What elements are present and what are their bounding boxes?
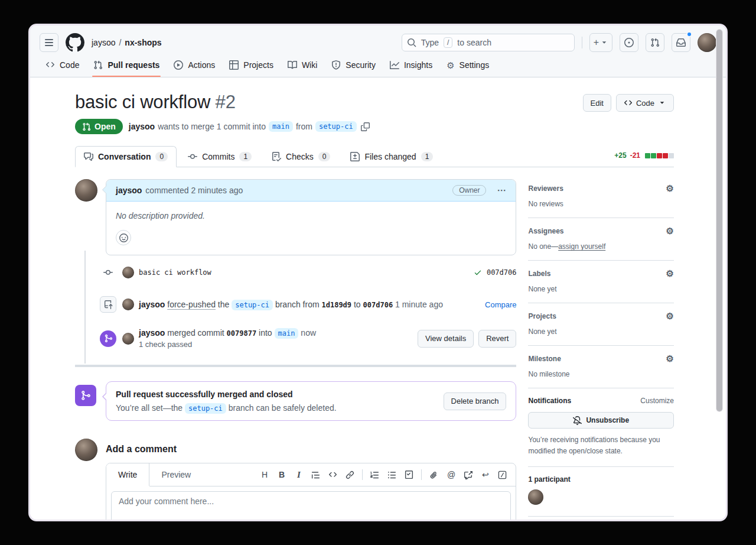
hamburger-menu-button[interactable] <box>40 33 58 52</box>
base-branch-chip[interactable]: main <box>275 328 299 339</box>
tab-write[interactable]: Write <box>106 463 149 486</box>
issues-button[interactable] <box>620 33 638 52</box>
delete-branch-button[interactable]: Delete branch <box>444 392 507 410</box>
edit-button[interactable]: Edit <box>583 94 611 112</box>
bullet-list-button[interactable] <box>383 466 400 484</box>
gear-icon[interactable]: ⚙ <box>666 312 674 320</box>
code-dropdown-button[interactable]: Code <box>616 94 674 112</box>
task-list-button[interactable] <box>400 466 418 484</box>
checks-passed-link[interactable]: 1 check passed <box>139 340 316 349</box>
github-logo-icon[interactable] <box>66 33 84 52</box>
attach-file-button[interactable] <box>425 466 442 484</box>
nav-tab-code[interactable]: Code <box>40 56 85 77</box>
breadcrumb-owner[interactable]: jaysoo <box>92 38 115 47</box>
create-new-button[interactable]: + <box>589 33 612 52</box>
customize-link[interactable]: Customize <box>640 397 674 405</box>
section-value: None yet <box>528 327 674 336</box>
user-avatar[interactable] <box>698 33 716 52</box>
base-branch-chip[interactable]: main <box>269 121 293 132</box>
tab-counter: 0 <box>155 152 168 161</box>
search-input[interactable]: Type / to search <box>402 34 575 51</box>
bell-slash-icon <box>573 416 582 425</box>
tab-conversation[interactable]: Conversation 0 <box>75 146 177 167</box>
code-button[interactable] <box>324 466 341 484</box>
smiley-icon <box>119 233 128 242</box>
compare-link[interactable]: Compare <box>485 300 516 309</box>
nav-tab-security[interactable]: Security <box>325 56 382 77</box>
nav-tab-pull-requests[interactable]: Pull requests <box>87 56 165 77</box>
event-author[interactable]: jaysoo <box>139 300 165 309</box>
code-icon <box>328 471 337 479</box>
head-branch-chip[interactable]: setup-ci <box>185 403 226 414</box>
code-icon <box>624 99 633 108</box>
tab-preview[interactable]: Preview <box>149 463 203 486</box>
diffstat[interactable]: +25 -21 <box>614 151 674 167</box>
editor-toolbar: H B I <box>256 463 516 486</box>
graph-icon <box>390 60 399 70</box>
pull-requests-button[interactable] <box>646 33 664 52</box>
kebab-menu-icon[interactable]: ⋯ <box>497 185 506 196</box>
revert-button[interactable]: Revert <box>478 330 516 348</box>
comment-author-avatar[interactable] <box>75 179 97 202</box>
comment-author[interactable]: jaysoo <box>116 186 142 195</box>
pr-author[interactable]: jaysoo <box>129 122 155 131</box>
merge-commit-sha[interactable]: 0079877 <box>227 329 257 338</box>
copy-branch-icon[interactable] <box>361 122 370 131</box>
commit-event: basic ci workflow 007d706 <box>75 257 516 288</box>
vertical-scrollbar[interactable] <box>716 30 722 411</box>
head-branch-chip[interactable]: setup-ci <box>232 300 273 310</box>
gear-icon[interactable]: ⚙ <box>666 269 674 278</box>
inbox-button[interactable] <box>672 33 690 52</box>
gear-icon[interactable]: ⚙ <box>666 184 674 193</box>
heading-button[interactable]: H <box>256 466 273 484</box>
merged-text: jaysoo merged commit 0079877 into main n… <box>139 328 316 349</box>
slash-commands-button[interactable] <box>494 466 511 484</box>
event-author[interactable]: jaysoo <box>139 328 165 338</box>
new-sha: 007d706 <box>363 301 393 309</box>
lock-conversation-button[interactable]: Lock conversation <box>528 517 674 521</box>
add-comment-section: Add a comment Write Preview H B I <box>75 439 516 521</box>
search-placeholder-prefix: Type <box>421 38 439 47</box>
view-details-button[interactable]: View details <box>418 330 474 348</box>
assign-yourself-link[interactable]: assign yourself <box>558 242 605 251</box>
nav-tab-insights[interactable]: Insights <box>384 56 438 77</box>
nav-tab-actions[interactable]: Actions <box>168 56 221 77</box>
commit-sha[interactable]: 007d706 <box>487 268 517 277</box>
unsubscribe-button[interactable]: Unsubscribe <box>528 412 674 429</box>
play-icon <box>174 60 183 70</box>
commit-message[interactable]: basic ci workflow <box>139 268 211 277</box>
bold-button[interactable]: B <box>273 466 290 484</box>
nav-tab-label: Pull requests <box>107 60 159 70</box>
mention-button[interactable]: @ <box>442 466 460 484</box>
event-author-avatar[interactable] <box>122 333 134 345</box>
check-icon[interactable] <box>474 268 482 277</box>
numbered-list-button[interactable] <box>366 466 383 484</box>
participant-avatar[interactable] <box>528 489 543 505</box>
quote-button[interactable] <box>307 466 324 484</box>
hamburger-icon <box>45 39 53 46</box>
force-push-action[interactable]: force-pushed <box>167 300 216 309</box>
tab-files-changed[interactable]: Files changed 1 <box>341 146 442 167</box>
cross-reference-button[interactable] <box>460 466 477 484</box>
head-branch-chip[interactable]: setup-ci <box>315 121 357 132</box>
comment-textarea[interactable] <box>111 491 511 521</box>
gear-icon[interactable]: ⚙ <box>666 226 674 235</box>
tab-commits[interactable]: Commits 1 <box>179 146 260 167</box>
nav-tab-projects[interactable]: Projects <box>223 56 279 77</box>
add-reaction-button[interactable] <box>116 230 131 245</box>
link-button[interactable] <box>341 466 359 484</box>
saved-replies-button[interactable]: ↩ <box>477 466 494 484</box>
commit-author-avatar[interactable] <box>122 267 134 278</box>
sidebar-section-labels: Labels ⚙ None yet <box>528 261 674 303</box>
nav-tab-wiki[interactable]: Wiki <box>282 56 323 77</box>
toolbar-divider <box>362 469 363 480</box>
nav-tab-settings[interactable]: ⚙ Settings <box>441 56 495 77</box>
event-author-avatar[interactable] <box>122 299 134 310</box>
diff-block-del <box>663 153 668 158</box>
event-timestamp: now <box>301 328 316 338</box>
breadcrumb-repo[interactable]: nx-shops <box>125 38 161 47</box>
italic-button[interactable]: I <box>290 466 307 484</box>
gear-icon[interactable]: ⚙ <box>666 354 674 363</box>
diffstat-deletions: -21 <box>630 151 640 160</box>
tab-checks[interactable]: Checks 0 <box>263 146 339 167</box>
